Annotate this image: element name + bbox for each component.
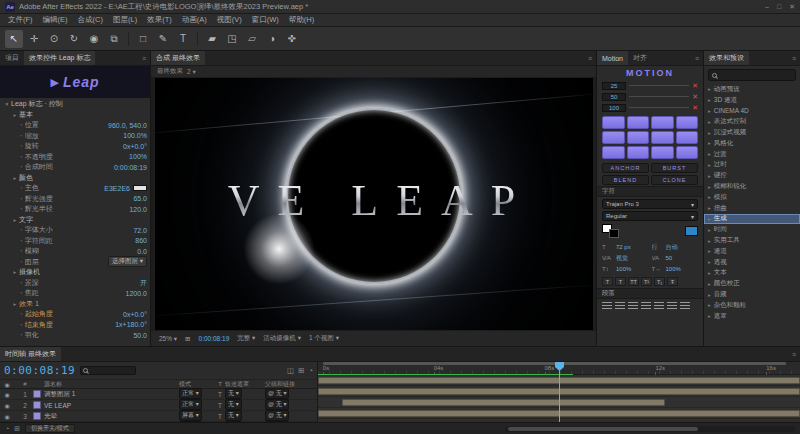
format-button-4[interactable]: T₁	[654, 277, 665, 286]
mode-select[interactable]: 屏幕 ▾	[179, 410, 202, 421]
align-button-5[interactable]	[667, 302, 677, 310]
composition-frame[interactable]: VE LEAP	[155, 78, 593, 330]
stopwatch-icon[interactable]: ◔	[19, 122, 23, 128]
panel-menu-icon[interactable]: ≡	[788, 347, 800, 361]
format-button-1[interactable]: T	[615, 277, 626, 286]
twirl-icon[interactable]: ▸	[708, 184, 711, 190]
twirl-icon[interactable]: ▸	[708, 108, 711, 114]
motion-preset-tile[interactable]	[651, 146, 674, 159]
character-field[interactable]: T↕100%	[602, 264, 649, 274]
property-row[interactable]: ◔焦距1200.0	[0, 288, 150, 299]
twirl-icon[interactable]: ▸	[708, 130, 711, 136]
t-switch[interactable]: T	[215, 402, 225, 409]
label-chip-cell[interactable]	[30, 390, 44, 398]
maximize-button[interactable]: □	[777, 3, 781, 11]
property-value[interactable]: 开	[136, 278, 147, 288]
graph-editor-icon[interactable]: ⊞	[14, 425, 20, 433]
twirl-icon[interactable]: ▸	[11, 301, 19, 307]
stopwatch-icon[interactable]: ◔	[19, 227, 23, 233]
stopwatch-icon[interactable]: ◔	[19, 143, 23, 149]
align-button-3[interactable]	[641, 302, 651, 310]
character-field-value[interactable]: 自动	[666, 243, 678, 252]
reset-icon[interactable]: ✕	[692, 82, 698, 90]
panel-menu-icon[interactable]: ≡	[138, 51, 150, 65]
twirl-icon[interactable]: ▸	[708, 97, 711, 103]
menu-item-7[interactable]: 窗口(W)	[247, 14, 284, 26]
twirl-icon[interactable]: ▸	[11, 269, 19, 275]
stopwatch-icon[interactable]: ◔	[19, 185, 23, 191]
stopwatch-icon[interactable]: ◔	[19, 248, 23, 254]
twirl-icon[interactable]: ▾	[3, 101, 11, 107]
twirl-icon[interactable]: ▸	[708, 227, 711, 233]
current-timecode[interactable]: 0:00:08:19	[4, 364, 75, 377]
t-switch[interactable]: T	[215, 391, 225, 398]
roto-brush-tool[interactable]: ◑	[263, 30, 281, 48]
property-value[interactable]: 72.0	[129, 227, 147, 234]
name-column-header[interactable]: 源名称	[44, 380, 179, 389]
character-field-value[interactable]: 视觉	[616, 254, 628, 263]
eye-icon[interactable]: ◉	[2, 402, 12, 409]
effects-category[interactable]: ▸文本	[704, 268, 800, 279]
motion-preset-tile[interactable]	[602, 116, 625, 129]
reset-icon[interactable]: ✕	[692, 104, 698, 112]
twirl-icon[interactable]: ▸	[708, 119, 711, 125]
property-row[interactable]: ◔字体大小72.0	[0, 225, 150, 236]
character-field[interactable]: T↔100%	[652, 264, 699, 274]
stopwatch-icon[interactable]: ◔	[19, 238, 23, 244]
layer-duration-bar[interactable]	[342, 399, 665, 406]
menu-item-2[interactable]: 合成(C)	[73, 14, 108, 26]
layer-name[interactable]: VE LEAP	[44, 402, 179, 409]
mode-select[interactable]: 正常 ▾	[179, 388, 202, 399]
motion-value-field[interactable]: 100	[602, 104, 626, 112]
tab-timeline[interactable]: 时间轴 最终效果	[0, 347, 61, 361]
horizontal-scrollbar[interactable]	[505, 426, 795, 432]
viewer-control-2[interactable]: 0:00:08:19	[199, 335, 230, 342]
effects-category[interactable]: ▸风格化	[704, 138, 800, 149]
stopwatch-icon[interactable]: ◔	[19, 311, 23, 317]
twirl-icon[interactable]: ▸	[11, 112, 19, 118]
format-button-2[interactable]: TT	[628, 277, 639, 286]
motion-blur-icon[interactable]: ◔	[308, 366, 313, 375]
label-chip-cell[interactable]	[30, 401, 44, 409]
property-row[interactable]: ◔模糊0.0	[0, 246, 150, 257]
toggle-switches-button[interactable]: 切换开关/模式	[25, 424, 75, 433]
viewer-control-1[interactable]: ⊞	[185, 335, 190, 343]
tab-motion[interactable]: Motion	[597, 51, 628, 65]
property-value[interactable]: 1x+180.0°	[111, 321, 147, 328]
property-group-row[interactable]: ▾Leap 标志 · 控制	[0, 99, 150, 110]
property-value[interactable]: 860	[131, 237, 147, 244]
motion-preset-tile[interactable]	[651, 116, 674, 129]
trkmat-select[interactable]: 无 ▾	[225, 388, 242, 399]
twirl-icon[interactable]: ▸	[11, 175, 19, 181]
menu-item-5[interactable]: 动画(A)	[177, 14, 212, 26]
property-group-row[interactable]: ▸文字	[0, 215, 150, 226]
rotation-tool[interactable]: ↻	[65, 30, 83, 48]
property-row[interactable]: ◔起始角度0x+0.0°	[0, 309, 150, 320]
eraser-tool[interactable]: ▱	[243, 30, 261, 48]
close-button[interactable]: ✕	[789, 3, 795, 11]
composition-mini-icon[interactable]: ◫	[287, 366, 294, 375]
viewer-control-3[interactable]: 完整 ▾	[237, 334, 255, 343]
stopwatch-icon[interactable]: ◔	[19, 290, 23, 296]
motion-preset-tile[interactable]	[627, 146, 650, 159]
effects-category[interactable]: ▸遮罩	[704, 311, 800, 322]
color-swatch[interactable]	[133, 185, 147, 191]
property-value[interactable]: E3E2E6	[100, 185, 130, 192]
property-row[interactable]: ◔字符间距860	[0, 236, 150, 247]
property-row[interactable]: ◔合成时间0:00:08:19	[0, 162, 150, 173]
parent-select[interactable]: @ 无 ▾	[265, 399, 289, 410]
effects-category[interactable]: ▸过渡	[704, 149, 800, 160]
effects-category[interactable]: ▸模拟	[704, 192, 800, 203]
trkmat-select[interactable]: 无 ▾	[225, 399, 242, 410]
effects-category[interactable]: ▸3D 通道	[704, 95, 800, 106]
twirl-icon[interactable]: ▸	[708, 162, 711, 168]
trkmat-select[interactable]: 无 ▾	[225, 410, 242, 421]
effects-category[interactable]: ▸动画预设	[704, 84, 800, 95]
property-group-row[interactable]: ▸效果 1	[0, 299, 150, 310]
motion-button-burst[interactable]: BURST	[651, 163, 698, 173]
align-button-6[interactable]	[680, 302, 690, 310]
character-field[interactable]: T72 px	[602, 242, 649, 252]
property-dropdown[interactable]: 选择图层 ▾	[108, 256, 147, 267]
stroke-color-swatch[interactable]	[609, 229, 619, 238]
property-row[interactable]: ◔羽化50.0	[0, 330, 150, 341]
